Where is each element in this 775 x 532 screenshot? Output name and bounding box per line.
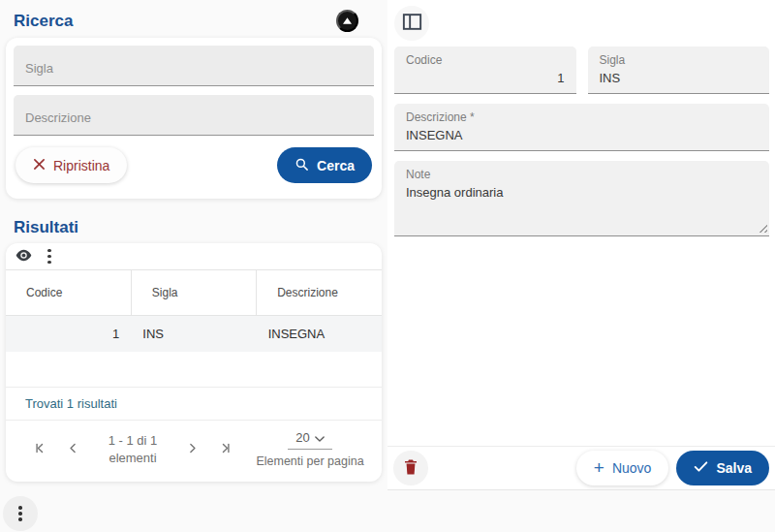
plus-icon: + <box>594 458 604 477</box>
results-card: Codice Sigla Descrizione 1 INS INSEGNA T… <box>6 243 382 482</box>
sigla-field[interactable]: Sigla INS <box>588 47 770 94</box>
chevron-right-icon <box>186 442 199 457</box>
prev-page-button[interactable] <box>65 440 81 459</box>
first-page-icon <box>34 442 46 457</box>
column-header-codice: Codice <box>6 270 131 316</box>
more-actions-button[interactable] <box>3 496 38 531</box>
next-page-button[interactable] <box>184 440 201 459</box>
reset-button-label: Ripristina <box>53 158 109 173</box>
detail-form: Codice 1 Sigla INS Descrizione * INSEGNA… <box>388 0 775 446</box>
table-empty-space <box>6 352 382 388</box>
search-actions: Ripristina Cerca <box>16 147 372 183</box>
column-header-descrizione: Descrizione <box>257 270 382 316</box>
eye-icon <box>16 249 32 265</box>
search-button-label: Cerca <box>317 158 355 173</box>
table-row[interactable]: 1 INS INSEGNA <box>6 316 382 353</box>
below-footer-area <box>388 489 775 532</box>
app-window: Ricerca Ripristina <box>0 0 775 532</box>
results-header: Risultati <box>0 199 388 243</box>
reset-button[interactable]: Ripristina <box>16 147 127 183</box>
chevron-down-icon <box>315 430 325 445</box>
note-value: Insegna ordinaria <box>406 185 758 200</box>
page-size-select[interactable]: 20 <box>288 430 332 450</box>
cell-codice: 1 <box>6 316 131 353</box>
page-size-value: 20 <box>295 430 309 445</box>
results-title: Risultati <box>14 218 78 236</box>
close-icon <box>33 158 46 173</box>
results-table: Codice Sigla Descrizione 1 INS INSEGNA <box>6 269 382 352</box>
search-title: Ricerca <box>14 12 73 31</box>
new-button-label: Nuovo <box>612 460 651 476</box>
codice-value: 1 <box>406 71 565 85</box>
first-page-button[interactable] <box>32 440 48 459</box>
cell-descrizione: INSEGNA <box>257 316 382 353</box>
columns-layout-icon <box>402 13 422 34</box>
table-toolbar <box>6 243 382 269</box>
delete-button[interactable] <box>393 451 428 485</box>
toggle-sidebar-button[interactable] <box>394 6 429 41</box>
search-results-column: Ricerca Ripristina <box>0 0 388 532</box>
detail-footer: + Nuovo Salva <box>388 446 775 489</box>
pagination-bar: 1 - 1 di 1 elementi 20 <box>6 421 382 482</box>
sigla-search-field[interactable] <box>14 46 374 86</box>
search-header: Ricerca <box>0 0 388 38</box>
table-menu-button[interactable] <box>44 247 55 266</box>
codice-field[interactable]: Codice 1 <box>394 47 576 94</box>
search-card: Ripristina Cerca <box>6 38 382 199</box>
chevron-left-icon <box>67 442 79 457</box>
cell-sigla: INS <box>131 316 256 353</box>
codice-label: Codice <box>406 53 565 67</box>
descrizione-search-field[interactable] <box>14 95 374 136</box>
collapse-search-button[interactable] <box>336 10 358 32</box>
found-count-text: Trovati 1 risultati <box>6 388 382 421</box>
last-page-icon <box>219 442 232 457</box>
note-field[interactable]: Note Insegna ordinaria <box>394 161 769 236</box>
descrizione-field[interactable]: Descrizione * INSEGNA <box>394 104 769 151</box>
save-button-label: Salva <box>716 460 752 476</box>
kebab-menu-icon <box>15 504 26 523</box>
save-button[interactable]: Salva <box>676 451 769 485</box>
detail-panel: Codice 1 Sigla INS Descrizione * INSEGNA… <box>388 0 775 532</box>
kebab-menu-icon <box>47 249 51 253</box>
search-button[interactable]: Cerca <box>277 147 372 183</box>
column-header-sigla: Sigla <box>131 270 256 316</box>
page-range-text: 1 - 1 di 1 elementi <box>98 432 168 466</box>
field-row-top: Codice 1 Sigla INS <box>394 47 769 94</box>
table-header-row: Codice Sigla Descrizione <box>6 270 382 316</box>
descrizione-value: INSEGNA <box>406 128 758 142</box>
note-label: Note <box>406 168 758 181</box>
sigla-label: Sigla <box>600 53 759 67</box>
per-page-label: Elementi per pagina <box>256 454 363 468</box>
descrizione-search-input[interactable] <box>25 110 362 125</box>
descrizione-label: Descrizione * <box>406 110 758 124</box>
column-visibility-button[interactable] <box>16 249 32 265</box>
check-icon <box>694 460 708 476</box>
search-icon <box>294 157 309 174</box>
caret-up-icon <box>342 16 353 25</box>
sigla-value: INS <box>600 71 759 85</box>
trash-icon <box>403 458 418 479</box>
last-page-button[interactable] <box>217 440 233 459</box>
pager-nav: 1 - 1 di 1 elementi <box>16 432 250 466</box>
sigla-search-input[interactable] <box>25 61 362 76</box>
per-page-group: 20 Elementi per pagina <box>250 430 370 468</box>
new-button[interactable]: + Nuovo <box>576 451 669 485</box>
resize-handle[interactable] <box>759 224 767 233</box>
